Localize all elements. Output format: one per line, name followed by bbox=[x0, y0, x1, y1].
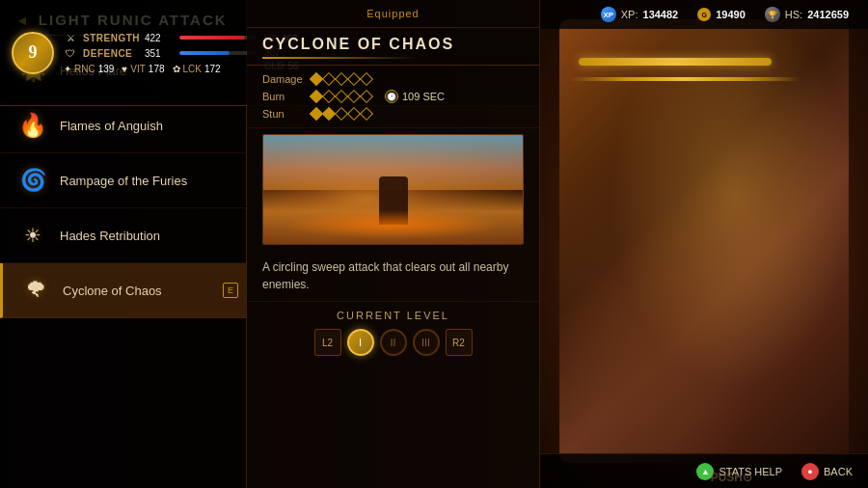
item-title-deco bbox=[262, 57, 420, 59]
back-button[interactable]: ● BACK bbox=[801, 463, 853, 480]
damage-label: Damage bbox=[262, 73, 306, 85]
armor-gold-accent-1 bbox=[579, 58, 772, 66]
burn-row: Burn 🕐 109 SEC bbox=[262, 90, 524, 103]
stun-label: Stun bbox=[262, 108, 306, 120]
defence-label: DEFENCE bbox=[83, 48, 139, 59]
lck-value: 172 bbox=[204, 64, 221, 74]
defence-value: 351 bbox=[145, 48, 174, 59]
xp-value: 134482 bbox=[643, 9, 679, 20]
rnc-value: 139 bbox=[98, 64, 115, 74]
ability-preview-image bbox=[262, 134, 524, 245]
hs-display: 🏆 HS: 2412659 bbox=[765, 7, 849, 22]
level-section-label: CURRENT LEVEL bbox=[262, 310, 524, 321]
defence-bar bbox=[179, 51, 257, 55]
item-title-area: CYCLONE OF CHAOS bbox=[247, 28, 539, 66]
diamond-5 bbox=[360, 72, 373, 86]
l2-button[interactable]: L2 bbox=[314, 329, 341, 356]
cyclone-of-chaos-icon: 🌪 bbox=[18, 273, 53, 308]
strength-bar-fill bbox=[179, 36, 245, 40]
strength-bar bbox=[179, 36, 257, 40]
burn-diamonds bbox=[312, 92, 371, 101]
level-controls[interactable]: L2 I II III R2 bbox=[262, 329, 524, 356]
strength-value: 422 bbox=[145, 33, 174, 43]
hades-retribution-label: Hades Retribution bbox=[60, 229, 160, 243]
circle-button-icon: ● bbox=[801, 463, 819, 480]
stun-diamond-5 bbox=[360, 107, 373, 121]
strength-icon: ⚔ bbox=[64, 31, 77, 44]
xp-display: XP XP: 134482 bbox=[601, 7, 678, 22]
armor-gold-accent-2 bbox=[569, 77, 800, 81]
push-logo: PUSH⊙ bbox=[711, 471, 752, 484]
sidebar-item-cyclone-of-chaos[interactable]: 🌪 Cyclone of Chaos bbox=[0, 263, 246, 318]
rampage-of-furies-label: Rampage of the Furies bbox=[60, 174, 187, 188]
xp-icon: XP bbox=[601, 7, 616, 22]
hs-value: 2412659 bbox=[807, 9, 849, 20]
cyclone-of-chaos-label: Cyclone of Chaos bbox=[63, 284, 162, 298]
top-right-hud: XP XP: 134482 G 19490 🏆 HS: 2412659 bbox=[540, 0, 868, 29]
rnc-icon: ✦ bbox=[64, 64, 71, 74]
cooldown-value: 109 SEC bbox=[402, 91, 445, 102]
sub-stats: ✦ RNC 139 ♥ VIT 178 ✿ LCK 172 bbox=[64, 64, 257, 74]
sidebar: 9 ⚔ STRENGTH 422 🛡 DEFENCE 351 ✦ bbox=[0, 0, 247, 488]
level-section: CURRENT LEVEL L2 I II III R2 bbox=[247, 302, 539, 364]
strength-label: STRENGTH bbox=[83, 33, 139, 43]
flames-of-anguish-icon: 🔥 bbox=[15, 108, 50, 143]
level-pip-2[interactable]: II bbox=[380, 329, 407, 356]
damage-row: Damage bbox=[262, 73, 524, 85]
vit-stat: ♥ VIT 178 bbox=[122, 64, 164, 74]
level-pip-1[interactable]: I bbox=[347, 329, 374, 356]
main-stats: ⚔ STRENGTH 422 🛡 DEFENCE 351 ✦ RNC bbox=[64, 31, 257, 74]
lck-icon: ✿ bbox=[173, 64, 180, 74]
damage-diamonds bbox=[312, 74, 371, 84]
gold-icon: G bbox=[697, 8, 711, 21]
burn-diamond-5 bbox=[360, 90, 373, 103]
hs-label: HS: bbox=[785, 9, 802, 20]
ability-description: A circling sweep attack that clears out … bbox=[247, 251, 539, 302]
level-pip-3[interactable]: III bbox=[413, 329, 440, 356]
item-title: CYCLONE OF CHAOS bbox=[262, 36, 524, 53]
sidebar-item-hades-retribution[interactable]: ☀ Hades Retribution bbox=[0, 208, 246, 263]
gold-value: 19490 bbox=[716, 9, 746, 20]
burn-label: Burn bbox=[262, 91, 306, 102]
equipped-badge: Equipped bbox=[247, 0, 539, 28]
armor-detail bbox=[559, 19, 849, 463]
preview-effect bbox=[283, 210, 503, 239]
bottom-hud: PUSH⊙ ▲ STATS HELP ● BACK bbox=[540, 453, 868, 488]
sidebar-item-rampage-of-furies[interactable]: 🌀 Rampage of the Furies bbox=[0, 153, 246, 208]
lck-stat: ✿ LCK 172 bbox=[173, 64, 221, 74]
defence-bar-fill bbox=[179, 51, 230, 55]
defence-icon: 🛡 bbox=[64, 46, 77, 60]
stun-row: Stun bbox=[262, 108, 524, 120]
rnc-label: RNC bbox=[74, 64, 95, 74]
player-level-badge: 9 bbox=[12, 32, 54, 74]
back-label: BACK bbox=[824, 466, 853, 477]
rampage-of-furies-icon: 🌀 bbox=[15, 163, 50, 198]
rnc-stat: ✦ RNC 139 bbox=[64, 64, 114, 74]
lck-label: LCK bbox=[183, 64, 202, 74]
main-panel: Equipped CYCLONE OF CHAOS Damage Burn bbox=[247, 0, 540, 488]
vit-label: VIT bbox=[130, 64, 146, 74]
sidebar-item-flames-of-anguish[interactable]: 🔥 Flames of Anguish bbox=[0, 98, 246, 153]
r2-button[interactable]: R2 bbox=[446, 329, 473, 356]
strength-stat: ⚔ STRENGTH 422 bbox=[64, 31, 257, 44]
cooldown-icon: 🕐 bbox=[385, 90, 398, 103]
defence-stat: 🛡 DEFENCE 351 bbox=[64, 46, 257, 60]
cooldown-display: 🕐 109 SEC bbox=[385, 90, 445, 103]
gold-display: G 19490 bbox=[697, 8, 746, 21]
hs-icon: 🏆 bbox=[765, 7, 780, 22]
item-stats: Damage Burn 🕐 109 SEC bbox=[247, 66, 539, 128]
stun-diamonds bbox=[312, 109, 371, 119]
xp-label: XP: bbox=[621, 9, 638, 20]
vit-icon: ♥ bbox=[122, 64, 127, 74]
vit-value: 178 bbox=[149, 64, 165, 74]
armor-background bbox=[540, 0, 868, 488]
flames-of-anguish-label: Flames of Anguish bbox=[60, 119, 163, 133]
hades-retribution-icon: ☀ bbox=[15, 218, 50, 253]
